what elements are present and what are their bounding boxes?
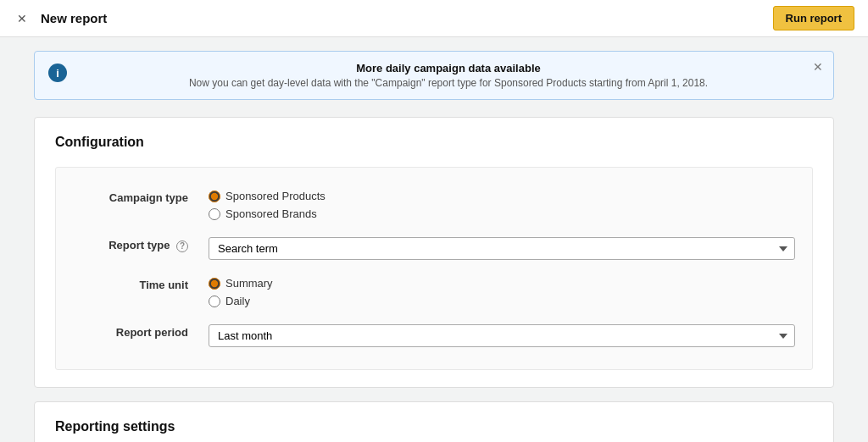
report-period-control: Last month Last 7 days Last 30 days Cust… [209, 324, 795, 347]
report-type-help-icon[interactable]: ? [176, 240, 188, 252]
info-banner-title: More daily campaign data available [77, 62, 820, 75]
time-unit-control: Summary Daily [209, 277, 795, 307]
report-type-label: Report type ? [73, 237, 209, 252]
reporting-settings-title: Reporting settings [55, 419, 813, 434]
report-type-row: Report type ? Search term Campaign Targe… [73, 229, 795, 268]
sponsored-products-radio[interactable] [209, 191, 220, 202]
report-period-row: Report period Last month Last 7 days Las… [73, 316, 795, 356]
info-banner-subtitle: Now you can get day-level data with the … [77, 77, 820, 89]
time-unit-label: Time unit [73, 277, 209, 291]
report-period-label: Report period [73, 324, 209, 339]
report-period-select[interactable]: Last month Last 7 days Last 30 days Cust… [209, 324, 795, 347]
summary-label: Summary [225, 277, 273, 290]
report-type-select[interactable]: Search term Campaign Targeting Keyword [209, 237, 795, 260]
info-icon: i [48, 64, 67, 82]
configuration-title: Configuration [55, 135, 813, 150]
campaign-type-control: Sponsored Products Sponsored Brands [209, 190, 795, 220]
configuration-card: Configuration Campaign type Sponsored Pr… [34, 117, 834, 388]
campaign-type-row: Campaign type Sponsored Products Sponsor… [73, 181, 795, 229]
header: ✕ New report Run report [0, 0, 868, 37]
info-banner-close-icon[interactable]: ✕ [813, 60, 823, 74]
campaign-type-label: Campaign type [73, 190, 209, 204]
daily-radio[interactable] [209, 296, 220, 307]
main-content: i More daily campaign data available Now… [0, 37, 868, 442]
reporting-settings-card: Reporting settings Name [34, 401, 834, 442]
sponsored-products-option[interactable]: Sponsored Products [209, 190, 795, 202]
summary-radio[interactable] [209, 278, 220, 290]
configuration-form: Campaign type Sponsored Products Sponsor… [55, 167, 813, 370]
header-left: ✕ New report [14, 10, 107, 27]
daily-label: Daily [225, 295, 250, 307]
daily-option[interactable]: Daily [209, 295, 795, 307]
page-title: New report [41, 11, 107, 25]
run-report-button[interactable]: Run report [773, 6, 854, 30]
info-banner-text: More daily campaign data available Now y… [77, 62, 820, 89]
time-unit-row: Time unit Summary Daily [73, 268, 795, 316]
info-banner: i More daily campaign data available Now… [34, 51, 834, 100]
sponsored-products-label: Sponsored Products [225, 190, 326, 202]
summary-option[interactable]: Summary [209, 277, 795, 290]
report-type-control: Search term Campaign Targeting Keyword [209, 237, 795, 260]
close-icon[interactable]: ✕ [14, 10, 31, 27]
sponsored-brands-label: Sponsored Brands [225, 207, 317, 220]
sponsored-brands-option[interactable]: Sponsored Brands [209, 207, 795, 220]
sponsored-brands-radio[interactable] [209, 208, 220, 220]
